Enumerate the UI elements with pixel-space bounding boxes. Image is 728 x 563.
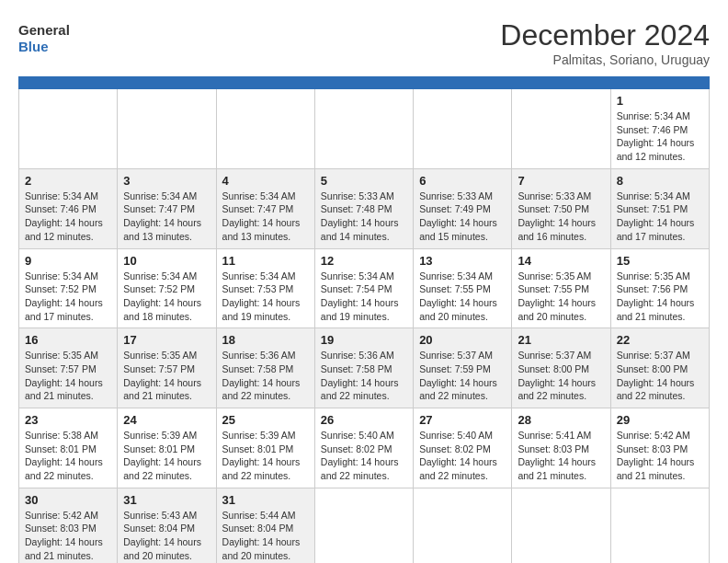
calendar-cell: 26Sunrise: 5:40 AMSunset: 8:02 PMDayligh…	[314, 408, 413, 488]
calendar-cell: 12Sunrise: 5:34 AMSunset: 7:54 PMDayligh…	[314, 248, 413, 328]
day-number: 2	[25, 174, 111, 188]
day-info: Sunrise: 5:39 AMSunset: 8:01 PMDaylight:…	[123, 429, 210, 483]
day-info: Sunrise: 5:35 AMSunset: 7:56 PMDaylight:…	[617, 270, 703, 324]
calendar-cell: 10Sunrise: 5:34 AMSunset: 7:52 PMDayligh…	[118, 248, 216, 328]
logo-svg: General Blue	[18, 18, 83, 60]
day-info: Sunrise: 5:37 AMSunset: 7:59 PMDaylight:…	[419, 349, 506, 403]
svg-text:Blue: Blue	[18, 39, 49, 54]
day-number: 5	[321, 174, 407, 188]
calendar-cell: 2Sunrise: 5:34 AMSunset: 7:46 PMDaylight…	[19, 168, 118, 248]
day-info: Sunrise: 5:40 AMSunset: 8:02 PMDaylight:…	[321, 429, 407, 483]
title-block: December 2024 Palmitas, Soriano, Uruguay	[500, 18, 710, 67]
calendar-cell	[512, 89, 610, 169]
calendar-cell	[314, 89, 413, 169]
day-number: 26	[321, 413, 407, 427]
svg-text:General: General	[18, 22, 70, 38]
calendar-cell	[512, 488, 610, 563]
table-row: 30Sunrise: 5:42 AMSunset: 8:03 PMDayligh…	[19, 488, 710, 563]
calendar-cell: 29Sunrise: 5:42 AMSunset: 8:03 PMDayligh…	[610, 408, 709, 488]
calendar-cell: 30Sunrise: 5:42 AMSunset: 8:03 PMDayligh…	[19, 488, 118, 563]
day-info: Sunrise: 5:34 AMSunset: 7:46 PMDaylight:…	[617, 109, 703, 164]
day-number: 25	[222, 413, 309, 427]
day-info: Sunrise: 5:42 AMSunset: 8:03 PMDaylight:…	[25, 509, 111, 563]
table-row: 2Sunrise: 5:34 AMSunset: 7:46 PMDaylight…	[19, 168, 710, 248]
calendar-cell	[19, 89, 118, 169]
day-info: Sunrise: 5:38 AMSunset: 8:01 PMDaylight:…	[25, 429, 111, 483]
day-info: Sunrise: 5:39 AMSunset: 8:01 PMDaylight:…	[222, 429, 309, 483]
col-friday	[512, 77, 610, 89]
calendar-cell: 31Sunrise: 5:43 AMSunset: 8:04 PMDayligh…	[118, 488, 216, 563]
table-row: 1Sunrise: 5:34 AMSunset: 7:46 PMDaylight…	[19, 89, 710, 169]
day-info: Sunrise: 5:44 AMSunset: 8:04 PMDaylight:…	[222, 509, 309, 563]
calendar-cell: 5Sunrise: 5:33 AMSunset: 7:48 PMDaylight…	[314, 168, 413, 248]
day-number: 20	[419, 333, 506, 347]
calendar-cell: 19Sunrise: 5:36 AMSunset: 7:58 PMDayligh…	[314, 328, 413, 408]
day-number: 18	[222, 333, 309, 347]
day-info: Sunrise: 5:34 AMSunset: 7:55 PMDaylight:…	[419, 270, 506, 324]
day-number: 12	[321, 254, 407, 268]
day-info: Sunrise: 5:34 AMSunset: 7:47 PMDaylight:…	[123, 190, 210, 244]
day-number: 10	[123, 254, 210, 268]
col-tuesday	[216, 77, 314, 89]
calendar-cell: 7Sunrise: 5:33 AMSunset: 7:50 PMDaylight…	[512, 168, 610, 248]
location: Palmitas, Soriano, Uruguay	[500, 52, 710, 67]
calendar-cell	[118, 89, 216, 169]
day-info: Sunrise: 5:33 AMSunset: 7:49 PMDaylight:…	[419, 190, 506, 244]
col-wednesday	[314, 77, 413, 89]
day-number: 30	[25, 493, 111, 507]
day-number: 9	[25, 254, 111, 268]
day-number: 21	[518, 333, 604, 347]
calendar-cell: 28Sunrise: 5:41 AMSunset: 8:03 PMDayligh…	[512, 408, 610, 488]
page-header: General Blue December 2024 Palmitas, Sor…	[18, 18, 710, 67]
calendar-cell: 8Sunrise: 5:34 AMSunset: 7:51 PMDaylight…	[610, 168, 709, 248]
day-number: 3	[123, 174, 210, 188]
col-sunday	[19, 77, 118, 89]
col-saturday	[610, 77, 709, 89]
calendar-cell: 6Sunrise: 5:33 AMSunset: 7:49 PMDaylight…	[414, 168, 512, 248]
calendar-cell: 3Sunrise: 5:34 AMSunset: 7:47 PMDaylight…	[118, 168, 216, 248]
day-number: 28	[518, 413, 604, 427]
day-info: Sunrise: 5:40 AMSunset: 8:02 PMDaylight:…	[419, 429, 506, 483]
day-number: 31	[123, 493, 210, 507]
day-info: Sunrise: 5:33 AMSunset: 7:50 PMDaylight:…	[518, 190, 604, 244]
day-number: 27	[419, 413, 506, 427]
calendar-cell: 27Sunrise: 5:40 AMSunset: 8:02 PMDayligh…	[414, 408, 512, 488]
day-info: Sunrise: 5:34 AMSunset: 7:53 PMDaylight:…	[222, 270, 309, 324]
table-row: 9Sunrise: 5:34 AMSunset: 7:52 PMDaylight…	[19, 248, 710, 328]
day-info: Sunrise: 5:34 AMSunset: 7:51 PMDaylight:…	[617, 190, 703, 244]
day-number: 24	[123, 413, 210, 427]
day-info: Sunrise: 5:37 AMSunset: 8:00 PMDaylight:…	[518, 349, 604, 403]
day-number: 29	[617, 413, 703, 427]
day-info: Sunrise: 5:42 AMSunset: 8:03 PMDaylight:…	[617, 429, 703, 483]
day-number: 6	[419, 174, 506, 188]
table-row: 23Sunrise: 5:38 AMSunset: 8:01 PMDayligh…	[19, 408, 710, 488]
calendar-cell	[314, 488, 413, 563]
calendar-cell: 9Sunrise: 5:34 AMSunset: 7:52 PMDaylight…	[19, 248, 118, 328]
day-number: 4	[222, 174, 309, 188]
calendar-cell: 25Sunrise: 5:39 AMSunset: 8:01 PMDayligh…	[216, 408, 314, 488]
day-number: 11	[222, 254, 309, 268]
day-number: 16	[25, 333, 111, 347]
month-title: December 2024	[500, 18, 710, 52]
calendar-cell: 18Sunrise: 5:36 AMSunset: 7:58 PMDayligh…	[216, 328, 314, 408]
calendar-cell: 1Sunrise: 5:34 AMSunset: 7:46 PMDaylight…	[610, 89, 709, 169]
day-number: 8	[617, 174, 703, 188]
day-number: 7	[518, 174, 604, 188]
day-info: Sunrise: 5:35 AMSunset: 7:55 PMDaylight:…	[518, 270, 604, 324]
calendar-cell	[414, 89, 512, 169]
calendar-cell: 16Sunrise: 5:35 AMSunset: 7:57 PMDayligh…	[19, 328, 118, 408]
day-info: Sunrise: 5:33 AMSunset: 7:48 PMDaylight:…	[321, 190, 407, 244]
day-info: Sunrise: 5:36 AMSunset: 7:58 PMDaylight:…	[222, 349, 309, 403]
calendar-cell: 11Sunrise: 5:34 AMSunset: 7:53 PMDayligh…	[216, 248, 314, 328]
calendar-cell	[414, 488, 512, 563]
calendar-cell: 23Sunrise: 5:38 AMSunset: 8:01 PMDayligh…	[19, 408, 118, 488]
day-number: 13	[419, 254, 506, 268]
day-number: 19	[321, 333, 407, 347]
calendar-cell: 17Sunrise: 5:35 AMSunset: 7:57 PMDayligh…	[118, 328, 216, 408]
day-info: Sunrise: 5:43 AMSunset: 8:04 PMDaylight:…	[123, 509, 210, 563]
header-row	[19, 77, 710, 89]
day-number: 15	[617, 254, 703, 268]
svg-marker-2	[75, 20, 83, 31]
day-number: 31	[222, 493, 309, 507]
day-number: 14	[518, 254, 604, 268]
